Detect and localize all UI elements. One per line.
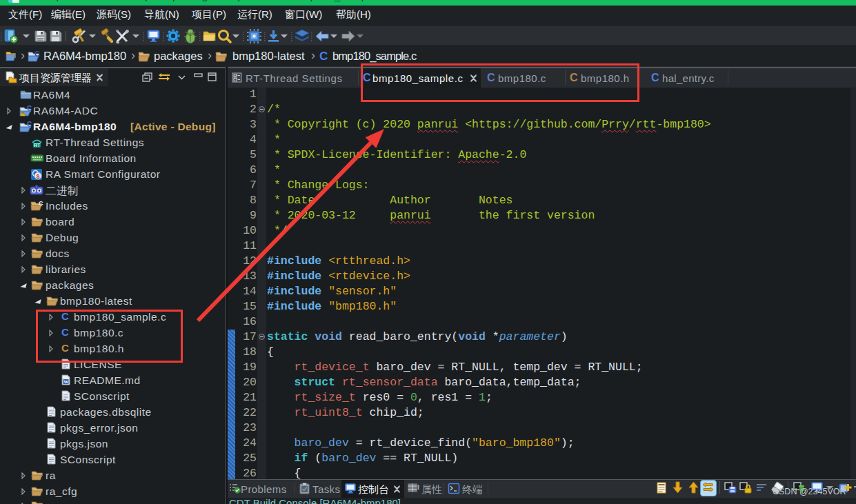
svg-text:RT: RT [34,143,41,148]
svg-text:C: C [39,200,43,207]
svg-text:$: $ [37,173,40,180]
svg-text:C: C [34,50,40,58]
svg-text:C: C [27,121,32,128]
svg-text:W: W [63,379,68,385]
svg-text:C: C [27,105,32,112]
